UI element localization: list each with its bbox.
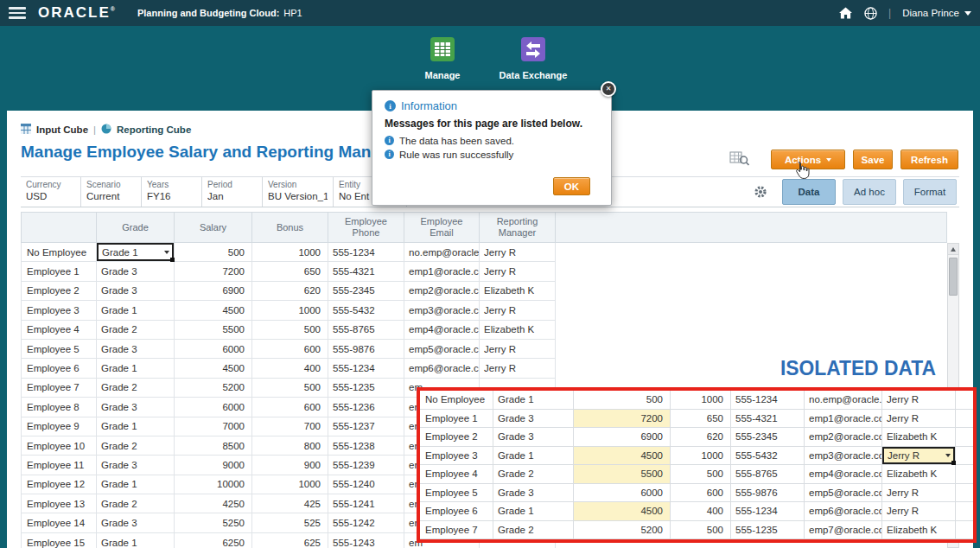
phone-cell[interactable]: 555-1236 [328, 398, 404, 417]
manager-cell[interactable]: Jerry R [480, 340, 556, 359]
row-header-cell[interactable]: Employee 4 [21, 321, 97, 340]
grade-cell[interactable]: Grade 3 [97, 513, 175, 532]
row-header-cell[interactable]: Employee 6 [21, 359, 97, 378]
email-cell[interactable]: emp2@oracle.co [404, 282, 480, 301]
grade-cell[interactable]: Grade 1 [97, 533, 175, 548]
salary-cell[interactable]: 4250 [175, 494, 252, 513]
grade-cell[interactable]: Grade 2 [97, 494, 175, 513]
manager-cell[interactable]: Jerry R [480, 243, 556, 262]
close-icon[interactable] [601, 81, 616, 97]
save-button[interactable]: Save [853, 150, 893, 169]
home-icon[interactable] [838, 6, 852, 20]
row-header-cell[interactable]: Employee 9 [21, 417, 97, 436]
bonus-cell[interactable]: 400 [252, 359, 328, 378]
grade-cell[interactable]: Grade 3 [97, 340, 175, 359]
salary-cell[interactable]: 9000 [175, 456, 252, 475]
email-cell[interactable]: emp4@oracle.co [404, 321, 480, 340]
salary-cell[interactable]: 5250 [175, 513, 252, 532]
grade-cell[interactable]: Grade 1 [97, 301, 175, 320]
phone-cell[interactable]: 555-1235 [328, 379, 404, 398]
phone-cell[interactable]: 555-1237 [328, 417, 404, 436]
grade-cell[interactable]: Grade 1 [97, 359, 175, 378]
grade-cell[interactable]: Grade 3 [97, 262, 175, 281]
row-header-cell[interactable]: Employee 1 [21, 262, 97, 281]
bonus-cell[interactable]: 900 [252, 456, 328, 475]
salary-cell[interactable]: 5200 [175, 379, 252, 398]
grade-cell[interactable]: Grade 3 [97, 398, 175, 417]
row-header-cell[interactable]: Employee 13 [21, 494, 97, 513]
hamburger-menu-icon[interactable] [9, 4, 26, 22]
phone-cell[interactable]: 555-1240 [328, 475, 404, 494]
email-cell[interactable]: no.emp@oracle.c [404, 243, 480, 262]
phone-cell[interactable]: 555-1243 [328, 533, 404, 548]
manager-cell[interactable]: Elizabeth K [480, 321, 556, 340]
gear-icon[interactable] [754, 185, 767, 202]
phone-cell[interactable]: 555-1238 [328, 436, 404, 456]
phone-cell[interactable]: 555-1241 [328, 494, 404, 513]
salary-cell[interactable]: 6000 [175, 340, 252, 359]
grade-cell[interactable]: Grade 1 [97, 243, 175, 262]
pov-member[interactable]: Version BU Version_1 [263, 177, 334, 207]
globe-icon[interactable] [863, 6, 877, 20]
phone-cell[interactable]: 555-8765 [328, 321, 404, 340]
pov-member[interactable]: Currency USD [21, 177, 81, 207]
refresh-button[interactable]: Refresh [900, 150, 958, 169]
ok-button[interactable]: OK [553, 177, 590, 195]
breadcrumb-reporting-cube[interactable]: Reporting Cube [117, 124, 191, 135]
row-header-cell[interactable]: Employee 11 [21, 456, 97, 475]
salary-cell[interactable]: 4500 [175, 359, 252, 378]
salary-cell[interactable]: 6000 [175, 398, 252, 417]
manager-cell[interactable]: Elizabeth K [480, 282, 556, 301]
search-data-icon[interactable] [729, 150, 749, 170]
phone-cell[interactable]: 555-1239 [328, 456, 404, 475]
bonus-cell[interactable]: 800 [252, 436, 328, 456]
phone-cell[interactable]: 555-1242 [328, 513, 404, 532]
email-cell[interactable]: emp1@oracle.co [404, 262, 480, 281]
user-menu[interactable]: Diana Prince [902, 8, 971, 18]
nav-item-data-exchange[interactable]: Data Exchange [490, 36, 576, 80]
row-header-cell[interactable]: No Employee [21, 243, 97, 262]
grade-cell[interactable]: Grade 2 [97, 436, 175, 456]
salary-cell[interactable]: 6250 [175, 533, 252, 548]
bonus-cell[interactable]: 525 [252, 513, 328, 532]
phone-cell[interactable]: 555-1234 [328, 359, 404, 378]
scroll-up-arrow[interactable] [948, 244, 958, 255]
pov-member[interactable]: Period Jan [202, 177, 263, 207]
row-header-cell[interactable]: Employee 2 [21, 282, 97, 301]
pov-member[interactable]: Scenario Current [81, 177, 142, 207]
grade-cell[interactable]: Grade 3 [97, 456, 175, 475]
phone-cell[interactable]: 555-9876 [328, 340, 404, 359]
bonus-cell[interactable]: 600 [252, 398, 328, 417]
bonus-cell[interactable]: 425 [252, 494, 328, 513]
salary-cell[interactable]: 6900 [175, 282, 252, 301]
bonus-cell[interactable]: 500 [252, 321, 328, 340]
salary-cell[interactable]: 5500 [175, 321, 252, 340]
phone-cell[interactable]: 555-4321 [328, 262, 404, 281]
salary-cell[interactable]: 10000 [175, 475, 252, 494]
scrollbar-thumb[interactable] [949, 258, 958, 296]
phone-cell[interactable]: 555-1234 [328, 243, 404, 262]
row-header-cell[interactable]: Employee 5 [21, 340, 97, 359]
row-header-cell[interactable]: Employee 15 [21, 533, 97, 548]
row-header-cell[interactable]: Employee 3 [21, 301, 97, 320]
row-header-cell[interactable]: Employee 10 [21, 436, 97, 456]
bonus-cell[interactable]: 600 [252, 340, 328, 359]
phone-cell[interactable]: 555-5432 [328, 301, 404, 320]
salary-cell[interactable]: 7200 [175, 262, 252, 281]
salary-cell[interactable]: 8500 [175, 436, 252, 456]
bonus-cell[interactable]: 1000 [252, 243, 328, 262]
bonus-cell[interactable]: 500 [252, 379, 328, 398]
bonus-cell[interactable]: 700 [252, 417, 328, 436]
pov-member[interactable]: Years FY16 [142, 177, 202, 207]
view-tab[interactable]: Data [782, 179, 836, 205]
nav-item-manage[interactable]: Manage [404, 36, 481, 80]
view-tab[interactable]: Format [903, 179, 957, 205]
row-header-cell[interactable]: Employee 12 [21, 475, 97, 494]
breadcrumb-input-cube[interactable]: Input Cube [36, 124, 88, 135]
actions-button[interactable]: Actions [771, 150, 845, 169]
bonus-cell[interactable]: 625 [252, 533, 328, 548]
manager-cell[interactable]: Jerry R [480, 301, 556, 320]
email-cell[interactable]: emp3@oracle.co [404, 301, 480, 320]
salary-cell[interactable]: 500 [175, 243, 252, 262]
grade-cell[interactable]: Grade 1 [97, 417, 175, 436]
